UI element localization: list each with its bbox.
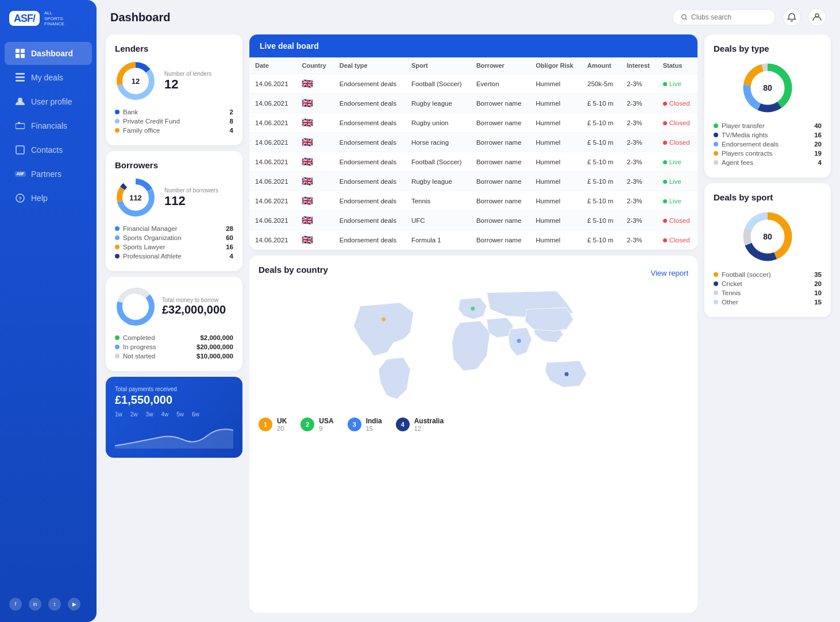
- table-row[interactable]: 14.06.2021 🇬🇧 Endorsement deals Horse ra…: [249, 133, 698, 152]
- cell-sport: Rugby league: [406, 94, 471, 113]
- cell-obligor: Hummel: [530, 113, 582, 133]
- cell-status: Live: [657, 191, 698, 211]
- cell-sport: UFC: [406, 211, 471, 230]
- cell-deal-type: Endorsement deals: [334, 230, 406, 250]
- social-links: f in t ▶: [0, 591, 97, 622]
- instagram-icon[interactable]: in: [29, 598, 41, 611]
- deals-by-type-card: Deals by type: [704, 34, 831, 177]
- search-box[interactable]: [672, 9, 776, 25]
- cell-obligor: Hummel: [530, 230, 582, 250]
- payments-chart: [115, 420, 233, 449]
- cell-country: 🇬🇧: [296, 211, 333, 230]
- payments-value: £1,550,000: [115, 393, 233, 407]
- country-rank-1: 1: [259, 418, 272, 431]
- cell-sport: Football (Soccer): [406, 152, 471, 172]
- svg-rect-2: [16, 54, 20, 58]
- main-area: Dashboard Lenders: [97, 0, 840, 622]
- cell-interest: 2-3%: [621, 191, 657, 211]
- deal-board-title: Live deal board: [260, 41, 687, 51]
- cell-deal-type: Endorsement deals: [334, 191, 406, 211]
- sidebar-item-help[interactable]: ? Help: [5, 187, 92, 210]
- svg-point-12: [682, 15, 687, 20]
- cell-status: Live: [657, 74, 698, 94]
- cell-date: 14.06.2021: [249, 191, 296, 211]
- facebook-icon[interactable]: f: [9, 598, 22, 611]
- table-row[interactable]: 14.06.2021 🇬🇧 Endorsement deals Rugby un…: [249, 113, 698, 133]
- user-icon: [15, 96, 25, 107]
- sidebar-item-dashboard[interactable]: Dashboard: [5, 42, 92, 65]
- sidebar-item-user-profile[interactable]: User profile: [5, 90, 92, 113]
- cell-country: 🇬🇧: [296, 94, 333, 113]
- country-item-usa: 2 USA 9: [300, 417, 333, 432]
- table-row[interactable]: 14.06.2021 🇬🇧 Endorsement deals Rugby le…: [249, 94, 698, 113]
- youtube-icon[interactable]: ▶: [68, 598, 80, 611]
- deals-type-donut: 80: [740, 60, 795, 115]
- user-profile-icon[interactable]: [808, 8, 826, 26]
- cell-obligor: Hummel: [530, 133, 582, 152]
- deals-by-country: Deals by country View report: [249, 256, 698, 613]
- sidebar: ASF/ ALLSPORTSFINANCE Dashboard My deals…: [0, 0, 97, 622]
- money-legend: Completed$2,000,000 In progress$20,000,0…: [115, 334, 233, 360]
- sidebar-item-my-deals[interactable]: My deals: [5, 66, 92, 89]
- table-row[interactable]: 14.06.2021 🇬🇧 Endorsement deals Tennis B…: [249, 191, 698, 211]
- view-report-link[interactable]: View report: [650, 269, 688, 277]
- cell-borrower: Everton: [471, 74, 530, 94]
- cell-amount: £ 5-10 m: [581, 152, 621, 172]
- cell-country: 🇬🇧: [296, 133, 333, 152]
- page-title: Dashboard: [110, 11, 170, 24]
- col-amount: Amount: [581, 57, 621, 74]
- left-column: Lenders 12: [106, 34, 242, 613]
- sidebar-item-contacts[interactable]: Contacts: [5, 138, 92, 161]
- topbar-right: [672, 8, 826, 26]
- country-rank-3: 3: [348, 418, 361, 431]
- cell-amount: £ 5-10 m: [581, 172, 621, 191]
- search-input[interactable]: [691, 13, 760, 21]
- table-row[interactable]: 14.06.2021 🇬🇧 Endorsement deals Football…: [249, 74, 698, 94]
- notifications-icon[interactable]: [783, 8, 801, 26]
- cell-status: Closed: [657, 230, 698, 250]
- contacts-icon: [15, 145, 25, 155]
- payments-card: Total payments received £1,550,000 1w 2w…: [106, 377, 242, 458]
- cell-sport: Horse racing: [406, 133, 471, 152]
- cell-borrower: Borrower name: [471, 230, 530, 250]
- dashboard-icon: [15, 48, 25, 59]
- lenders-card: Lenders 12: [106, 34, 242, 145]
- twitter-icon[interactable]: t: [48, 598, 61, 611]
- my-deals-icon: [15, 72, 25, 83]
- cell-country: 🇬🇧: [296, 74, 333, 94]
- deals-by-type-title: Deals by type: [714, 44, 822, 53]
- cell-deal-type: Endorsement deals: [334, 211, 406, 230]
- col-borrower: Borrower: [471, 57, 530, 74]
- sidebar-nav: Dashboard My deals User profile Financia…: [0, 36, 97, 591]
- cell-country: 🇬🇧: [296, 191, 333, 211]
- table-row[interactable]: 14.06.2021 🇬🇧 Endorsement deals Football…: [249, 152, 698, 172]
- table-row[interactable]: 14.06.2021 🇬🇧 Endorsement deals Formula …: [249, 230, 698, 250]
- cell-interest: 2-3%: [621, 74, 657, 94]
- cell-amount: 250k-5m: [581, 74, 621, 94]
- cell-borrower: Borrower name: [471, 172, 530, 191]
- cell-amount: £ 5-10 m: [581, 191, 621, 211]
- col-date: Date: [249, 57, 296, 74]
- cell-deal-type: Endorsement deals: [334, 133, 406, 152]
- sidebar-item-financials[interactable]: Financials: [5, 114, 92, 137]
- borrowers-title: Borrowers: [115, 160, 233, 170]
- sidebar-item-label: My deals: [31, 73, 63, 82]
- svg-rect-8: [16, 123, 25, 129]
- deals-by-sport-card: Deals by sport: [704, 183, 831, 317]
- table-row[interactable]: 14.06.2021 🇬🇧 Endorsement deals Rugby le…: [249, 172, 698, 191]
- cell-amount: £ 5-10 m: [581, 94, 621, 113]
- content-area: Lenders 12: [97, 34, 840, 622]
- cell-amount: £ 5-10 m: [581, 133, 621, 152]
- sidebar-item-partners[interactable]: ASF Partners: [5, 163, 92, 186]
- cell-deal-type: Endorsement deals: [334, 152, 406, 172]
- cell-sport: Rugby union: [406, 113, 471, 133]
- sidebar-item-label: Partners: [31, 169, 61, 179]
- borrowers-legend: Financial Manager28 Sports Organization6…: [115, 225, 233, 260]
- table-row[interactable]: 14.06.2021 🇬🇧 Endorsement deals UFC Borr…: [249, 211, 698, 230]
- cell-obligor: Hummel: [530, 211, 582, 230]
- col-interest: Interest: [621, 57, 657, 74]
- cell-obligor: Hummel: [530, 94, 582, 113]
- lenders-donut: 12: [115, 60, 156, 102]
- cell-interest: 2-3%: [621, 133, 657, 152]
- middle-column: Live deal board Date Country Deal type S…: [249, 34, 698, 613]
